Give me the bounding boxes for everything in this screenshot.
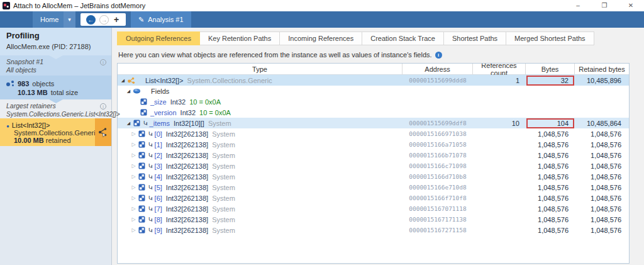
array-object-icon [138, 216, 146, 223]
retainer-type: List<Int32[]> [12, 121, 50, 129]
array-object-icon [138, 162, 146, 170]
array-object-icon [138, 195, 146, 202]
objects-summary-section[interactable]: 983 objects 10.13 MB total size [0, 76, 111, 99]
value-field-icon [140, 98, 148, 106]
largest-retainers-info-icon[interactable]: i [100, 103, 106, 110]
retainer-retained-value: 10.00 MB [14, 137, 44, 144]
tab-creation-stack-trace[interactable]: Creation Stack Trace [362, 31, 444, 45]
retained-bytes-cell: 1,048,576 [575, 141, 629, 149]
close-button[interactable]: ✕ [618, 0, 644, 11]
type-text-ns: System [212, 173, 235, 181]
open-instance-button[interactable] [95, 118, 111, 146]
type-cell: ▷Կ[3]Int32[262138]System [118, 162, 402, 170]
new-analysis-button[interactable]: + [114, 14, 119, 25]
retained-bytes-cell: 1,048,576 [575, 162, 629, 170]
expand-chevron-icon[interactable]: ▷ [130, 206, 137, 211]
array-object-icon [138, 141, 146, 149]
snapshot-info-icon[interactable]: i [100, 59, 106, 65]
tab-key-retention-paths[interactable]: Key Retention Paths [200, 31, 280, 45]
table-row[interactable]: ▷Կ[8]Int32[262138]System0000015167171138… [118, 214, 629, 225]
type-text-plain: Fields [151, 87, 169, 95]
collapse-chevron-icon[interactable]: ◢ [125, 121, 132, 126]
references-count-cell: 10 [473, 120, 526, 127]
column-header-retained-bytes[interactable]: Retained bytes [575, 64, 629, 74]
bytes-cell: 1,048,576 [526, 141, 575, 149]
table-header: TypeAddressReferences countBytesRetained… [118, 64, 629, 75]
maximize-button[interactable]: ❐ [591, 0, 618, 11]
expand-chevron-icon[interactable]: ▷ [130, 195, 137, 201]
type-cell: ◢List<Int32[]>System.Collections.Generic [118, 77, 402, 84]
type-cell: ◢Fields [118, 87, 402, 95]
retainer-namespace: System.Collections.Generic [14, 129, 92, 137]
column-header-bytes[interactable]: Bytes [526, 64, 575, 74]
address-cell: 0000015166971038 [402, 130, 473, 137]
analysis-tab-label: Analysis #1 [148, 16, 183, 23]
type-text-name: [8] [155, 216, 162, 223]
tab-shortest-paths[interactable]: Shortest Paths [444, 31, 506, 45]
description-info-icon[interactable]: i [435, 52, 442, 59]
expand-chevron-icon[interactable]: ▷ [130, 184, 137, 190]
expand-chevron-icon[interactable]: ▷ [130, 174, 137, 179]
expand-chevron-icon[interactable]: ▷ [130, 163, 137, 169]
type-cell: _sizeInt3210 = 0x0A [118, 98, 402, 106]
type-text-ns: System [212, 184, 235, 191]
table-row[interactable]: ▷Կ[0]Int32[262138]System0000015166971038… [118, 128, 629, 139]
home-button[interactable]: Home [33, 11, 64, 28]
table-row[interactable]: ▷Կ[7]Int32[262138]System0000015167071118… [118, 203, 629, 214]
forward-button[interactable]: → [99, 15, 109, 25]
address-cell: 0000015166f710f8 [402, 195, 473, 201]
collapse-chevron-icon[interactable]: ◢ [125, 89, 132, 94]
back-button[interactable]: ← [86, 15, 96, 25]
home-dropdown-chevron-icon[interactable]: ▾ [64, 11, 75, 28]
type-text-ns: System [212, 227, 235, 234]
array-object-icon [138, 205, 146, 213]
type-text-name: [5] [155, 184, 162, 191]
tab-outgoing-references[interactable]: Outgoing References [117, 31, 200, 45]
tab-analysis-1[interactable]: ✎ Analysis #1 [131, 11, 191, 28]
expand-chevron-icon[interactable]: ▷ [130, 142, 137, 147]
bytes-cell: 1,048,576 [526, 195, 575, 202]
minimize-button[interactable]: – [565, 0, 591, 11]
table-row[interactable]: ▷Կ[9]Int32[262138]System0000015167271158… [118, 225, 629, 235]
type-text-ns: System.Collections.Generic [187, 77, 272, 84]
column-header-address[interactable]: Address [402, 64, 473, 74]
expand-chevron-icon[interactable]: ▷ [130, 227, 137, 233]
expand-chevron-icon[interactable]: ▷ [130, 152, 137, 158]
address-cell: 0000015167271158 [402, 227, 473, 234]
selected-retainer-item[interactable]: ●List<Int32[]> System.Collections.Generi… [0, 118, 111, 146]
table-row[interactable]: ▷Կ[2]Int32[262138]System0000015166b71078… [118, 150, 629, 161]
bytes-cell: 1,048,576 [526, 152, 575, 159]
table-row[interactable]: _sizeInt3210 = 0x0A [118, 96, 629, 107]
table-row[interactable]: ▷Կ[1]Int32[262138]System0000015166a71058… [118, 139, 629, 150]
type-cell: ▷Կ[0]Int32[262138]System [118, 130, 402, 138]
type-text-ns: System [212, 162, 235, 170]
objects-icon [6, 80, 14, 87]
type-text-name: _items [150, 120, 170, 127]
objects-count-label: objects [32, 80, 54, 87]
instance-marker-icon: Կ [148, 195, 153, 201]
table-row[interactable]: ▷Կ[6]Int32[262138]System0000015166f710f8… [118, 193, 629, 203]
table-row[interactable]: ◢List<Int32[]>System.Collections.Generic… [118, 75, 629, 86]
table-row[interactable]: _versionInt3210 = 0x0A [118, 107, 629, 118]
tab-merged-shortest-paths[interactable]: Merged Shortest Paths [506, 31, 594, 45]
type-cell: ▷Կ[7]Int32[262138]System [118, 205, 402, 213]
array-object-icon [133, 120, 141, 127]
instance-marker-icon: Կ [148, 206, 153, 212]
address-cell: 0000015167071118 [402, 205, 473, 212]
tab-incoming-references[interactable]: Incoming References [280, 31, 362, 45]
type-text-type: Int32[262138] [166, 184, 208, 191]
type-text-type: Int32[262138] [166, 173, 208, 181]
table-row[interactable]: ◢Կ_itemsInt32[10][]System000001515699ddf… [118, 118, 629, 128]
total-size-label: total size [51, 89, 78, 96]
table-row[interactable]: ▷Կ[5]Int32[262138]System0000015166e710d8… [118, 182, 629, 193]
table-row[interactable]: ◢Fields [118, 86, 629, 96]
expand-chevron-icon[interactable]: ▷ [130, 217, 137, 222]
bytes-cell: 1,048,576 [526, 227, 575, 234]
table-row[interactable]: ▷Կ[4]Int32[262138]System0000015166d710b8… [118, 171, 629, 182]
table-row[interactable]: ▷Կ[3]Int32[262138]System0000015166c71098… [118, 161, 629, 171]
expand-chevron-icon[interactable]: ▷ [130, 131, 137, 137]
collapse-chevron-icon[interactable]: ◢ [119, 78, 126, 83]
column-header-references-count[interactable]: References count [473, 64, 526, 74]
column-header-type[interactable]: Type [118, 64, 402, 74]
list-object-icon [127, 77, 135, 84]
